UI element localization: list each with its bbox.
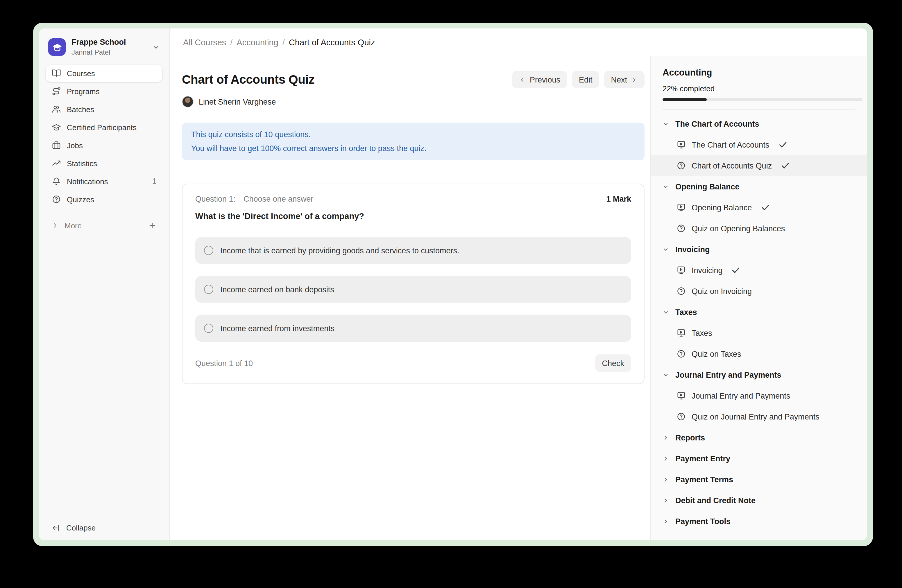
graduation-cap-icon [52,123,61,132]
breadcrumb-separator: / [230,38,232,47]
chapter-label: Payment Entry [675,454,730,463]
sidebar-item-jobs[interactable]: Jobs [46,137,162,154]
sidebar-item-label: Quizzes [67,195,157,204]
question-number-label: Question 1: [195,195,235,203]
chapter-label: Payment Tools [675,517,731,525]
course-progress-fill [662,98,706,101]
monitor-play-icon [676,328,686,338]
collapse-label: Collapse [66,524,96,532]
chevron-down-icon [662,120,669,127]
sidebar-item-label: Jobs [67,141,157,150]
chapter-row-the-chart-of-accounts[interactable]: The Chart of Accounts [651,113,867,134]
sidebar-item-batches[interactable]: Batches [46,101,162,118]
chapter-row-payment-entry[interactable]: Payment Entry [651,448,867,469]
content-region: All Courses / Accounting / Chart of Acco… [170,28,867,540]
monitor-play-icon [676,391,686,400]
question-instruction: Choose one answer [244,195,313,203]
sidebar-item-certified-participants[interactable]: Certified Participants [46,119,162,136]
bell-icon [52,177,61,186]
sidebar-nav: CoursesProgramsBatchesCertified Particip… [46,65,162,208]
book-open-icon [52,69,61,78]
workspace-title: Frappe School [72,38,146,48]
course-outline: The Chart of AccountsThe Chart of Accoun… [651,110,867,540]
lesson-row-the-chart-of-accounts[interactable]: The Chart of Accounts [651,134,867,155]
course-title: Accounting [662,67,855,78]
radio-icon[interactable] [204,324,213,333]
chapter-row-debit-and-credit-note[interactable]: Debit and Credit Note [651,490,867,511]
monitor-play-icon [676,266,686,275]
sidebar-item-quizzes[interactable]: Quizzes [46,191,162,208]
chapter-row-opening-balance[interactable]: Opening Balance [651,176,867,197]
collapse-button[interactable]: Collapse [46,524,162,532]
chevron-left-icon [519,77,526,83]
body-row: Chart of Accounts Quiz Previous Edit [170,56,867,540]
help-circle-icon [676,224,686,233]
chapter-label: Invoicing [675,245,710,253]
sidebar-item-label: Programs [67,87,157,96]
radio-icon[interactable] [204,246,213,255]
lesson-label: Quiz on Journal Entry and Payments [692,412,819,421]
sidebar-item-label: Notifications [67,177,146,186]
lesson-label: Opening Balance [692,203,752,212]
check-button[interactable]: Check [595,354,631,372]
next-button[interactable]: Next [604,71,645,88]
lesson-row-invoicing[interactable]: Invoicing [651,260,867,281]
chapter-row-payment-terms[interactable]: Payment Terms [651,469,867,490]
plus-icon[interactable] [148,222,157,230]
lesson-row-opening-balance[interactable]: Opening Balance [651,197,867,218]
breadcrumb-all-courses[interactable]: All Courses [183,38,226,47]
chapter-label: Debit and Credit Note [675,496,756,505]
lesson-row-quiz-on-taxes[interactable]: Quiz on Taxes [651,343,867,364]
lesson-row-journal-entry-and-payments[interactable]: Journal Entry and Payments [651,385,867,406]
help-circle-icon [676,412,686,421]
course-panel-header: Accounting 22% completed [651,56,867,110]
chevron-down-icon [152,44,160,51]
course-progress-text: 22% completed [662,84,855,93]
page-title: Chart of Accounts Quiz [182,73,315,87]
answer-option-1[interactable]: Income that is earned by providing goods… [195,237,631,264]
sidebar-item-more[interactable]: More [46,217,162,234]
notice-line: You will have to get 100% correct answer… [191,144,635,153]
breadcrumb-current: Chart of Accounts Quiz [289,38,375,47]
lesson-row-quiz-on-invoicing[interactable]: Quiz on Invoicing [651,281,867,302]
breadcrumb: All Courses / Accounting / Chart of Acco… [170,28,867,56]
lesson-row-chart-of-accounts-quiz[interactable]: Chart of Accounts Quiz [651,155,867,176]
lesson-label: Chart of Accounts Quiz [692,161,772,170]
chapter-row-payment-tools[interactable]: Payment Tools [651,511,867,532]
chapter-row-taxes[interactable]: Taxes [651,302,867,322]
workspace-switcher[interactable]: Frappe School Jannat Patel [46,34,162,65]
chapter-row-invoicing[interactable]: Invoicing [651,239,867,260]
sidebar-item-statistics[interactable]: Statistics [46,155,162,172]
author-avatar [182,96,194,108]
chapter-label: The Chart of Accounts [675,119,759,128]
chapter-row-reports[interactable]: Reports [651,427,867,448]
chevron-right-icon [662,455,669,461]
chapter-row-journal-entry-and-payments[interactable]: Journal Entry and Payments [651,364,867,385]
screen: Frappe School Jannat Patel CoursesProgra… [0,0,902,588]
sidebar-item-label: Batches [67,105,157,114]
lesson-row-quiz-on-opening-balances[interactable]: Quiz on Opening Balances [651,218,867,239]
sidebar-item-label: Courses [67,69,157,78]
lesson-row-taxes[interactable]: Taxes [651,322,867,343]
frappe-school-logo [48,39,66,56]
breadcrumb-accounting[interactable]: Accounting [236,38,279,47]
lesson-label: Quiz on Opening Balances [692,224,785,233]
edit-button[interactable]: Edit [572,71,600,88]
toolbar: Previous Edit Next [512,71,645,88]
check-label: Check [602,359,624,368]
lesson-label: Journal Entry and Payments [692,391,790,400]
sidebar-item-programs[interactable]: Programs [46,83,162,100]
lesson-label: Taxes [692,328,712,337]
answer-option-2[interactable]: Income earned on bank deposits [195,276,631,303]
main-content: Chart of Accounts Quiz Previous Edit [170,56,650,540]
previous-button[interactable]: Previous [512,71,567,88]
answer-option-3[interactable]: Income earned from investments [195,315,631,342]
sidebar-item-courses[interactable]: Courses [46,65,162,82]
chapter-label: Taxes [675,308,697,316]
chapter-label: Payment Terms [675,475,733,484]
radio-icon[interactable] [204,285,213,294]
check-icon [761,203,770,212]
briefcase-icon [52,141,61,150]
lesson-row-quiz-on-journal-entry-and-payments[interactable]: Quiz on Journal Entry and Payments [651,406,867,427]
sidebar-item-notifications[interactable]: Notifications1 [46,173,162,190]
